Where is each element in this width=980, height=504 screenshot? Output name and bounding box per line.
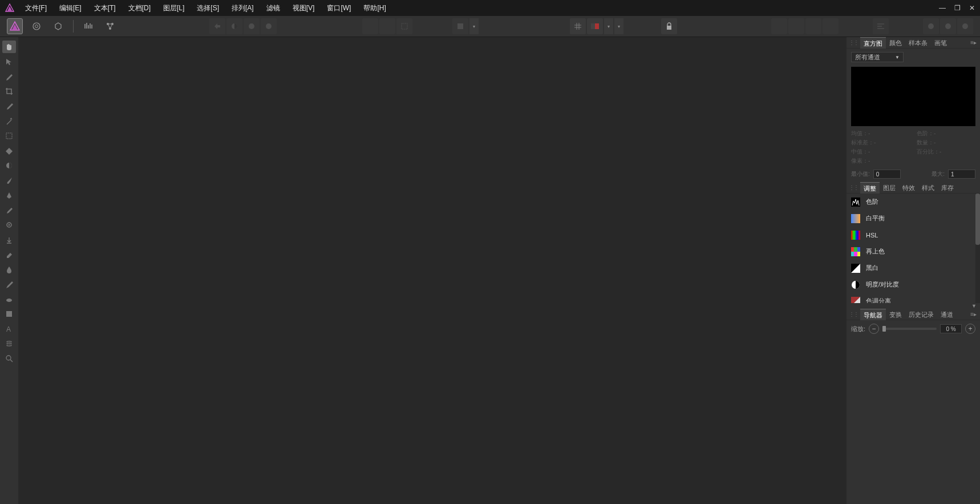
zoom-slider[interactable] [882, 328, 937, 330]
tool-mesh[interactable] [2, 337, 16, 350]
menu-arrange[interactable]: 排列[A] [232, 3, 254, 13]
tab-adjustments[interactable]: 调整 [860, 182, 880, 193]
tool-crop[interactable] [2, 85, 16, 98]
tool-hand[interactable] [2, 41, 16, 53]
panel-menu-icon[interactable]: ≡▸ [969, 311, 978, 317]
tool-wand[interactable] [2, 115, 16, 127]
channel-dropdown[interactable]: 所有通道 ▼ [851, 52, 904, 62]
tab-layers[interactable]: 图层 [880, 182, 899, 193]
menu-document[interactable]: 文档[D] [128, 3, 151, 13]
tool-blur[interactable] [2, 263, 16, 276]
navigator-preview[interactable] [847, 337, 980, 504]
tool-eyedropper[interactable] [2, 204, 16, 216]
tool-brush2[interactable] [2, 100, 16, 112]
tool-pen[interactable] [2, 189, 16, 201]
tab-styles[interactable]: 样式 [918, 182, 938, 193]
tb-front[interactable] [771, 18, 787, 34]
tb-select3[interactable] [396, 18, 412, 34]
tb-snap-dd[interactable]: ▾ [604, 18, 613, 34]
tab-channels[interactable]: 通道 [937, 309, 957, 320]
canvas[interactable] [18, 37, 847, 504]
menu-filter[interactable]: 滤镜 [266, 3, 280, 13]
tool-text[interactable]: A [2, 322, 16, 335]
tool-colorpicker[interactable] [2, 70, 16, 83]
tb-flag[interactable] [587, 18, 603, 34]
menu-help[interactable]: 帮助[H] [363, 3, 386, 13]
menu-text[interactable]: 文本[T] [94, 3, 116, 13]
menu-edit[interactable]: 编辑[E] [59, 3, 82, 13]
zoom-in-button[interactable]: + [965, 324, 975, 334]
tb-assist-dd[interactable]: ▾ [469, 18, 479, 34]
tab-navigator[interactable]: 导航器 [860, 309, 886, 320]
panel-grip-icon[interactable]: ⋮⋮ [849, 311, 858, 317]
tool-gradient[interactable] [2, 159, 16, 172]
tb-int[interactable] [957, 18, 973, 34]
minimize-icon[interactable]: — [939, 5, 946, 11]
tool-clone[interactable] [2, 233, 16, 246]
tab-stock[interactable]: 库存 [938, 182, 957, 193]
menu-file[interactable]: 文件[F] [25, 3, 47, 13]
adj-expand-icon[interactable]: ▼ [847, 303, 980, 309]
menu-view[interactable]: 视图[V] [293, 3, 315, 13]
tb-align[interactable] [873, 18, 889, 34]
tb-lock[interactable] [661, 18, 677, 34]
adj-bw[interactable]: 黑白 [847, 260, 980, 276]
maximize-icon[interactable]: ❐ [954, 5, 961, 11]
max-input[interactable] [948, 170, 975, 179]
persona-develop[interactable] [50, 18, 66, 34]
hsl-icon [851, 231, 860, 240]
tool-marquee[interactable] [2, 130, 16, 142]
tab-history[interactable]: 历史记录 [905, 309, 937, 320]
tool-move[interactable] [2, 55, 16, 68]
adj-posterize[interactable]: 色调分离 [847, 293, 980, 303]
panel-menu-icon[interactable]: ≡▸ [969, 39, 978, 46]
tb-assist1[interactable] [452, 18, 468, 34]
tb-grid[interactable] [570, 18, 586, 34]
tool-eraser[interactable] [2, 248, 16, 261]
adj-hsl[interactable]: HSL [847, 227, 980, 243]
menu-window[interactable]: 窗口[W] [327, 3, 351, 13]
adj-scrollbar[interactable] [975, 193, 980, 303]
tb-back[interactable] [823, 18, 839, 34]
tab-transform[interactable]: 变换 [886, 309, 905, 320]
persona-liquify[interactable] [29, 18, 44, 34]
adj-levels[interactable]: 色阶 [847, 193, 980, 210]
panel-grip-icon[interactable]: ⋮⋮ [849, 39, 858, 46]
tb-autowb[interactable] [261, 18, 277, 34]
tool-shape[interactable] [2, 308, 16, 320]
tool-zoom[interactable] [2, 352, 16, 365]
tab-brushes[interactable]: 画笔 [931, 37, 950, 49]
menu-select[interactable]: 选择[S] [197, 3, 219, 13]
zoom-out-button[interactable]: − [869, 324, 879, 334]
persona-tonemap[interactable] [80, 18, 96, 34]
tool-sponge[interactable] [2, 293, 16, 305]
persona-photo[interactable] [7, 18, 23, 34]
tb-select1[interactable] [362, 18, 378, 34]
adj-whitebalance[interactable]: 白平衡 [847, 210, 980, 227]
menu-layer[interactable]: 图层[L] [163, 3, 184, 13]
zoom-value[interactable]: 0 % [940, 324, 962, 333]
tb-autocolors[interactable] [244, 18, 260, 34]
tool-patch[interactable] [2, 219, 16, 231]
tb-autocontrast[interactable] [226, 18, 242, 34]
min-input[interactable] [873, 170, 901, 179]
tab-color[interactable]: 颜色 [886, 37, 905, 49]
persona-export[interactable] [102, 18, 118, 34]
tool-fill[interactable] [2, 144, 16, 157]
tb-backward[interactable] [805, 18, 821, 34]
tab-histogram[interactable]: 直方图 [860, 37, 886, 49]
tb-forward[interactable] [788, 18, 804, 34]
tool-dodge[interactable] [2, 278, 16, 291]
adj-recolor[interactable]: 再上色 [847, 243, 980, 260]
tb-snap-dd2[interactable]: ▾ [614, 18, 623, 34]
adj-brightness[interactable]: 明度/对比度 [847, 276, 980, 293]
tool-brush[interactable] [2, 174, 16, 187]
tb-autolevels[interactable] [209, 18, 225, 34]
tb-sub[interactable] [940, 18, 956, 34]
panel-grip-icon[interactable]: ⋮⋮ [849, 184, 858, 191]
tb-select2[interactable] [379, 18, 395, 34]
tab-effects[interactable]: 特效 [899, 182, 918, 193]
tab-swatches[interactable]: 样本条 [905, 37, 931, 49]
close-icon[interactable]: ✕ [969, 5, 975, 11]
tb-add[interactable] [923, 18, 939, 34]
